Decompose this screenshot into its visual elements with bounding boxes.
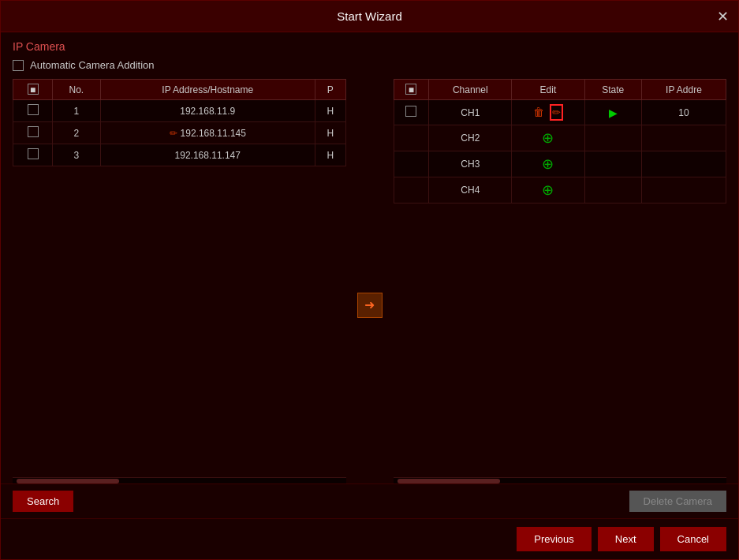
row-state: ▶ <box>584 100 641 125</box>
start-wizard-dialog: Start Wizard ✕ IP Camera Automatic Camer… <box>0 0 739 560</box>
col-p: P <box>315 80 345 100</box>
right-scrollbar-thumb <box>397 479 500 483</box>
row-checkbox[interactable] <box>28 126 39 137</box>
col-check-r: ■ <box>394 80 429 100</box>
row-p: H <box>315 122 345 144</box>
table-row: CH3 ⊕ <box>394 151 726 177</box>
row-ip-abbr <box>641 125 726 151</box>
left-table-scroll: ■ No. IP Address/Hostname P <box>13 79 346 476</box>
row-check <box>13 122 53 144</box>
add-icon[interactable]: ⊕ <box>542 130 554 146</box>
cancel-button[interactable]: Cancel <box>660 527 726 551</box>
table-row: CH2 ⊕ <box>394 125 726 151</box>
row-check-r <box>394 100 429 125</box>
titlebar: Start Wizard ✕ <box>1 1 738 32</box>
row-edit-cell: ⊕ <box>512 125 584 151</box>
table-row: 1 192.168.11.9 H <box>13 100 346 122</box>
right-table-body: CH1 🗑 ✏ ▶ 10 <box>394 100 726 203</box>
row-channel: CH4 <box>429 177 512 203</box>
auto-add-row: Automatic Camera Addition <box>13 59 726 71</box>
add-icon[interactable]: ⊕ <box>542 156 554 172</box>
table-row: 2 ✏192.168.11.145 H <box>13 122 346 144</box>
transfer-btn-container: ➜ <box>354 79 386 483</box>
col-check: ■ <box>13 80 53 100</box>
play-icon[interactable]: ▶ <box>609 106 618 119</box>
left-scrollbar[interactable] <box>13 477 346 483</box>
row-checkbox[interactable] <box>28 148 39 159</box>
bottom-action-bar: Search Delete Camera <box>1 483 738 518</box>
transfer-button[interactable]: ➜ <box>357 293 383 318</box>
row-no: 2 <box>53 122 100 144</box>
delete-camera-button[interactable]: Delete Camera <box>629 491 726 512</box>
row-ip-abbr: 10 <box>641 100 726 125</box>
row-state <box>584 151 641 177</box>
row-channel: CH1 <box>429 100 512 125</box>
col-edit: Edit <box>512 80 584 100</box>
row-channel: CH2 <box>429 125 512 151</box>
tables-row: ■ No. IP Address/Hostname P <box>13 79 726 483</box>
row-edit-cell: ⊕ <box>512 151 584 177</box>
right-table-header: ■ Channel Edit State IP Addre <box>394 80 726 100</box>
row-ip-abbr <box>641 177 726 203</box>
dialog-title: Start Wizard <box>337 9 402 23</box>
edit-icon-highlighted[interactable]: ✏ <box>550 104 563 121</box>
row-state <box>584 125 641 151</box>
right-table: ■ Channel Edit State IP Addre <box>394 79 727 203</box>
table-row: CH4 ⊕ <box>394 177 726 203</box>
header-checkbox-right[interactable]: ■ <box>405 84 416 95</box>
col-ip-abbr: IP Addre <box>641 80 726 100</box>
row-check-r <box>394 125 429 151</box>
left-table-header: ■ No. IP Address/Hostname P <box>13 80 346 100</box>
auto-add-checkbox[interactable] <box>13 60 24 71</box>
footer-bar: Previous Next Cancel <box>1 518 738 559</box>
delete-icon[interactable]: 🗑 <box>533 106 544 118</box>
previous-button[interactable]: Previous <box>517 527 592 551</box>
col-state: State <box>584 80 641 100</box>
row-ip: 192.168.11.147 <box>100 144 315 166</box>
edit-pencil-icon[interactable]: ✏ <box>170 128 177 139</box>
close-button[interactable]: ✕ <box>717 9 729 24</box>
col-channel: Channel <box>429 80 512 100</box>
next-button[interactable]: Next <box>598 527 654 551</box>
left-table: ■ No. IP Address/Hostname P <box>13 79 346 166</box>
row-check-r <box>394 151 429 177</box>
row-ip: ✏192.168.11.145 <box>100 122 315 144</box>
row-checkbox-r[interactable] <box>405 106 416 117</box>
left-table-body: 1 192.168.11.9 H 2 ✏192.168.11.145 <box>13 100 346 166</box>
header-checkbox-left[interactable]: ■ <box>28 84 39 95</box>
right-table-scroll: ■ Channel Edit State IP Addre <box>394 79 727 476</box>
row-p: H <box>315 144 345 166</box>
row-no: 3 <box>53 144 100 166</box>
row-checkbox[interactable] <box>28 104 39 115</box>
left-scrollbar-thumb <box>17 479 119 483</box>
row-check-r <box>394 177 429 203</box>
col-ip: IP Address/Hostname <box>100 80 315 100</box>
row-check <box>13 144 53 166</box>
right-scrollbar[interactable] <box>394 477 727 483</box>
content-area: IP Camera Automatic Camera Addition ■ <box>1 32 738 483</box>
table-row: CH1 🗑 ✏ ▶ 10 <box>394 100 726 125</box>
auto-add-label: Automatic Camera Addition <box>30 59 155 71</box>
row-no: 1 <box>53 100 100 122</box>
row-edit-cell: ⊕ <box>512 177 584 203</box>
row-channel: CH3 <box>429 151 512 177</box>
left-panel: ■ No. IP Address/Hostname P <box>13 79 346 483</box>
row-p: H <box>315 100 345 122</box>
row-check <box>13 100 53 122</box>
search-button[interactable]: Search <box>13 491 73 512</box>
col-no: No. <box>53 80 100 100</box>
table-row: 3 192.168.11.147 H <box>13 144 346 166</box>
row-edit-cell: 🗑 ✏ <box>512 100 584 125</box>
right-panel: ■ Channel Edit State IP Addre <box>394 79 727 483</box>
row-state <box>584 177 641 203</box>
row-ip: 192.168.11.9 <box>100 100 315 122</box>
row-ip-abbr <box>641 151 726 177</box>
add-icon[interactable]: ⊕ <box>542 182 554 198</box>
section-title: IP Camera <box>13 40 726 53</box>
